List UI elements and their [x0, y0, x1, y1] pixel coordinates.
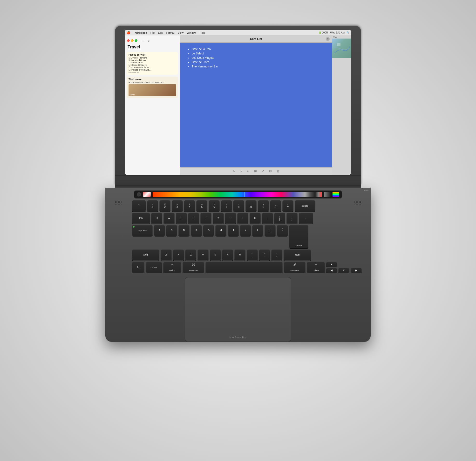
- key-g[interactable]: G: [203, 225, 214, 236]
- key-b[interactable]: B: [210, 249, 221, 261]
- menubar-window[interactable]: Window: [187, 31, 196, 34]
- key-8[interactable]: *8: [233, 200, 244, 212]
- key-y[interactable]: Y: [213, 213, 224, 224]
- key-s[interactable]: S: [166, 225, 177, 236]
- toolbar-icon-6[interactable]: ⊡: [269, 169, 272, 173]
- key-2[interactable]: @2: [159, 200, 170, 212]
- tb-color-gradient[interactable]: [153, 192, 322, 197]
- toolbar-icon-5[interactable]: ↗: [262, 169, 264, 173]
- key-tilde-main: `: [138, 206, 139, 208]
- key-minus[interactable]: _-: [270, 200, 281, 212]
- menubar-notebook[interactable]: Notebook: [135, 31, 147, 34]
- key-v[interactable]: V: [197, 249, 209, 261]
- key-a[interactable]: A: [154, 225, 165, 236]
- key-f[interactable]: F: [191, 225, 202, 236]
- search-icon[interactable]: ⌕: [147, 38, 151, 43]
- key-7[interactable]: &7: [221, 200, 232, 212]
- key-period[interactable]: >.: [259, 249, 270, 261]
- key-5[interactable]: %5: [196, 200, 207, 212]
- key-control[interactable]: control: [146, 262, 162, 273]
- key-u[interactable]: U: [225, 213, 236, 224]
- key-backtick[interactable]: ~ `: [132, 200, 146, 212]
- note-card-louvre[interactable]: The Louvre Nearly 35,000 pieces 652,300 …: [127, 77, 178, 98]
- menubar-file[interactable]: File: [151, 31, 155, 34]
- toolbar-icon-1[interactable]: ✎: [232, 169, 235, 173]
- key-space[interactable]: [205, 262, 283, 273]
- louvre-thumb-label: Louvre: [129, 94, 135, 96]
- toolbar-icon-3[interactable]: ↩: [247, 169, 249, 173]
- key-caps-lock[interactable]: caps lock: [132, 225, 153, 236]
- menubar-view[interactable]: View: [178, 31, 184, 34]
- speaker-dot: [360, 204, 361, 205]
- key-delete[interactable]: delete: [295, 200, 315, 212]
- key-arrow-right[interactable]: ▶: [351, 268, 362, 273]
- close-button[interactable]: [127, 39, 130, 42]
- apple-logo-icon[interactable]: 🍎: [127, 31, 130, 34]
- back-icon[interactable]: ‹: [141, 38, 145, 43]
- key-p[interactable]: P: [262, 213, 273, 224]
- key-option-left[interactable]: alt option: [163, 262, 181, 273]
- key-j[interactable]: J: [228, 225, 239, 236]
- key-option-right[interactable]: alt option: [307, 262, 325, 273]
- tb-close-button[interactable]: ✕: [137, 192, 141, 197]
- map-thumbnail[interactable]: [332, 39, 351, 58]
- window-close-button[interactable]: ✕: [326, 37, 330, 41]
- key-z[interactable]: Z: [161, 249, 172, 261]
- menubar-help[interactable]: Help: [200, 31, 205, 34]
- note-card-places[interactable]: Places To Visit Arc de Triomphe Musée d'…: [127, 52, 178, 75]
- key-w[interactable]: W: [163, 213, 175, 224]
- key-command-right[interactable]: ⌘ command: [284, 262, 306, 273]
- key-semicolon[interactable]: :;: [264, 225, 276, 236]
- traffic-lights: [127, 39, 137, 42]
- key-comma[interactable]: <,: [247, 249, 258, 261]
- trackpad[interactable]: [185, 277, 291, 342]
- key-m[interactable]: M: [234, 249, 246, 261]
- key-q[interactable]: Q: [151, 213, 162, 224]
- key-shift-right[interactable]: shift: [284, 249, 311, 261]
- key-slash[interactable]: ?/: [271, 249, 282, 261]
- key-k[interactable]: K: [240, 225, 251, 236]
- key-backslash[interactable]: |\: [299, 213, 313, 224]
- key-enter[interactable]: enter return: [289, 225, 308, 248]
- key-equals[interactable]: +=: [282, 200, 293, 212]
- key-1[interactable]: !1: [147, 200, 158, 212]
- key-r[interactable]: R: [188, 213, 199, 224]
- key-4[interactable]: $4: [184, 200, 195, 212]
- key-shift-left[interactable]: shift: [132, 249, 159, 261]
- key-e[interactable]: E: [176, 213, 187, 224]
- key-bracket-right[interactable]: }]: [287, 213, 298, 224]
- menubar-search-icon[interactable]: 🔍: [347, 31, 349, 34]
- key-x[interactable]: X: [173, 249, 184, 261]
- key-l[interactable]: L: [252, 225, 263, 236]
- tb-color-swatch[interactable]: [143, 192, 151, 197]
- minimize-button[interactable]: [131, 39, 134, 42]
- toolbar-icon-2[interactable]: ⌂: [240, 169, 242, 173]
- key-fn[interactable]: fn: [132, 262, 144, 273]
- menubar-format[interactable]: Format: [166, 31, 174, 34]
- key-3[interactable]: #3: [172, 200, 183, 212]
- key-0[interactable]: )0: [258, 200, 269, 212]
- key-arrow-left[interactable]: ◀: [326, 268, 337, 273]
- key-c[interactable]: C: [185, 249, 196, 261]
- tb-rainbow-swatch[interactable]: [332, 192, 339, 197]
- key-quote[interactable]: "': [277, 225, 288, 236]
- key-i[interactable]: I: [237, 213, 248, 224]
- key-tab[interactable]: tab: [132, 213, 150, 224]
- maximize-button[interactable]: [135, 39, 137, 42]
- alt-l-bot: option: [169, 269, 175, 272]
- key-arrow-up[interactable]: ▲: [326, 262, 337, 267]
- tb-spectrum-gray[interactable]: [324, 192, 331, 197]
- toolbar-icon-7[interactable]: 🗑: [277, 169, 280, 173]
- key-command-left[interactable]: ⌘ command: [183, 262, 204, 273]
- key-arrow-down[interactable]: ▼: [338, 268, 349, 273]
- toolbar-icon-4[interactable]: ⊞: [254, 169, 257, 173]
- key-t[interactable]: T: [200, 213, 212, 224]
- key-6[interactable]: ^6: [209, 200, 220, 212]
- menubar-edit[interactable]: Edit: [158, 31, 162, 34]
- key-bracket-left[interactable]: {[: [274, 213, 285, 224]
- key-d[interactable]: D: [178, 225, 189, 236]
- key-9[interactable]: (9: [246, 200, 256, 212]
- key-n[interactable]: N: [222, 249, 233, 261]
- key-o[interactable]: O: [250, 213, 261, 224]
- key-h[interactable]: H: [215, 225, 226, 236]
